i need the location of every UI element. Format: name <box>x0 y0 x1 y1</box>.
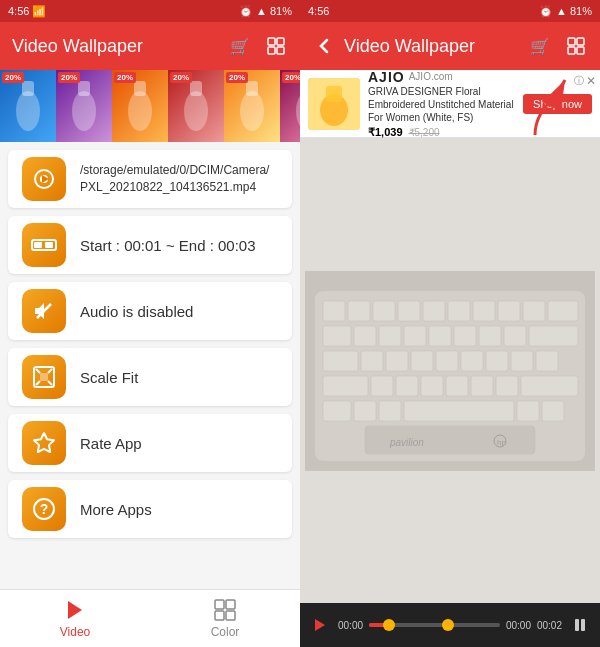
svg-rect-49 <box>373 301 395 321</box>
svg-rect-80 <box>471 376 493 396</box>
svg-rect-50 <box>398 301 420 321</box>
menu-item-file[interactable]: /storage/emulated/0/DCIM/Camera/PXL_2021… <box>8 150 292 208</box>
status-icons-right: ⏰ ▲ 81% <box>539 5 592 18</box>
app-bar-icons-left: 🛒 <box>228 34 288 58</box>
thumbnail-6[interactable]: 20% <box>280 70 300 142</box>
app-bar-icons-right: 🛒 <box>528 34 588 58</box>
svg-rect-63 <box>479 326 501 346</box>
svg-rect-60 <box>404 326 426 346</box>
ad-thumbnail <box>308 78 360 130</box>
file-label: /storage/emulated/0/DCIM/Camera/PXL_2021… <box>80 162 269 196</box>
svg-rect-59 <box>379 326 401 346</box>
thumbnails-row: 20% 20% 20% 20% 20% <box>0 70 300 142</box>
ad-close-button[interactable]: ✕ <box>586 74 596 88</box>
nav-video[interactable]: Video <box>0 598 150 639</box>
svg-rect-43 <box>326 86 342 102</box>
app-title-left: Video Wallpaper <box>12 36 220 57</box>
svg-rect-38 <box>577 38 584 45</box>
svg-rect-69 <box>411 351 433 371</box>
svg-rect-40 <box>577 47 584 54</box>
expand-icon-left[interactable] <box>264 34 288 58</box>
thumbnail-5[interactable]: 20% <box>224 70 280 142</box>
svg-rect-66 <box>323 351 358 371</box>
back-button[interactable] <box>312 34 336 58</box>
svg-marker-32 <box>68 601 82 619</box>
ad-content: AJIO AJIO.com GRIVA DESIGNER Floral Embr… <box>368 69 515 139</box>
svg-rect-11 <box>190 81 202 96</box>
svg-rect-57 <box>323 326 351 346</box>
video-controls: 00:00 00:00 00:02 <box>300 603 600 647</box>
svg-line-27 <box>48 381 52 385</box>
progress-thumb-end[interactable] <box>442 619 454 631</box>
thumbnail-4[interactable]: 20% <box>168 70 224 142</box>
battery-left: 81% <box>270 5 292 17</box>
badge-5: 20% <box>226 72 248 83</box>
svg-text:?: ? <box>40 501 49 517</box>
cart-icon-left[interactable]: 🛒 <box>228 34 252 58</box>
svg-rect-21 <box>45 242 53 248</box>
svg-rect-68 <box>386 351 408 371</box>
left-panel: 4:56 📶 ⏰ ▲ 81% Video Wallpaper 🛒 <box>0 0 300 647</box>
svg-rect-84 <box>354 401 376 421</box>
ad-description: GRIVA DESIGNER Floral Embroidered Unstit… <box>368 85 515 124</box>
badge-4: 20% <box>170 72 192 83</box>
status-time-right: 4:56 <box>308 5 329 17</box>
svg-rect-73 <box>511 351 533 371</box>
badge-3: 20% <box>114 72 136 83</box>
menu-item-rate[interactable]: Rate App <box>8 414 292 472</box>
nav-color[interactable]: Color <box>150 598 300 639</box>
wifi-icon: ▲ <box>256 5 267 17</box>
thumbnail-2[interactable]: 20% <box>56 70 112 142</box>
expand-icon-right[interactable] <box>564 34 588 58</box>
audio-label: Audio is disabled <box>80 303 193 320</box>
svg-rect-74 <box>536 351 558 371</box>
menu-item-time[interactable]: Start : 00:01 ~ End : 00:03 <box>8 216 292 274</box>
svg-rect-95 <box>581 619 585 631</box>
menu-item-scale[interactable]: Scale Fit <box>8 348 292 406</box>
time-mid: 00:00 <box>506 620 531 631</box>
progress-thumb-start[interactable] <box>383 619 395 631</box>
keyboard-image: pavilion hp <box>305 271 595 471</box>
svg-rect-48 <box>348 301 370 321</box>
svg-rect-13 <box>246 81 258 96</box>
progress-bar[interactable] <box>369 623 500 627</box>
svg-rect-3 <box>277 47 284 54</box>
svg-rect-56 <box>548 301 578 321</box>
battery-right: 81% <box>570 5 592 17</box>
svg-marker-93 <box>315 619 325 631</box>
scale-icon-box <box>22 355 66 399</box>
svg-rect-77 <box>396 376 418 396</box>
menu-item-more[interactable]: ? More Apps <box>8 480 292 538</box>
thumbnail-3[interactable]: 20% <box>112 70 168 142</box>
alarm-icon: ⏰ <box>239 5 253 18</box>
svg-rect-58 <box>354 326 376 346</box>
more-label: More Apps <box>80 501 152 518</box>
svg-marker-29 <box>34 433 54 452</box>
ad-price: ₹1,039 <box>368 126 403 139</box>
scale-label: Scale Fit <box>80 369 138 386</box>
svg-text:pavilion: pavilion <box>389 437 424 448</box>
svg-text:hp: hp <box>497 438 506 447</box>
svg-rect-70 <box>436 351 458 371</box>
menu-item-audio[interactable]: Audio is disabled <box>8 282 292 340</box>
shop-now-button[interactable]: Shop now <box>523 94 592 114</box>
ad-info-icon[interactable]: ⓘ <box>574 74 584 88</box>
thumbnail-1[interactable]: 20% <box>0 70 56 142</box>
svg-rect-54 <box>498 301 520 321</box>
time-label: Start : 00:01 ~ End : 00:03 <box>80 237 256 254</box>
status-bar-left: 4:56 📶 ⏰ ▲ 81% <box>0 0 300 22</box>
pause-button[interactable] <box>568 613 592 637</box>
svg-rect-86 <box>404 401 514 421</box>
svg-rect-35 <box>215 611 224 620</box>
svg-rect-83 <box>323 401 351 421</box>
play-button[interactable] <box>308 613 332 637</box>
svg-rect-78 <box>421 376 443 396</box>
time-icon-box <box>22 223 66 267</box>
svg-line-24 <box>36 369 40 373</box>
time-right: 4:56 <box>308 5 329 17</box>
svg-rect-34 <box>226 600 235 609</box>
bottom-nav: Video Color <box>0 589 300 647</box>
svg-line-25 <box>48 369 52 373</box>
cart-icon-right[interactable]: 🛒 <box>528 34 552 58</box>
svg-point-10 <box>184 91 208 131</box>
